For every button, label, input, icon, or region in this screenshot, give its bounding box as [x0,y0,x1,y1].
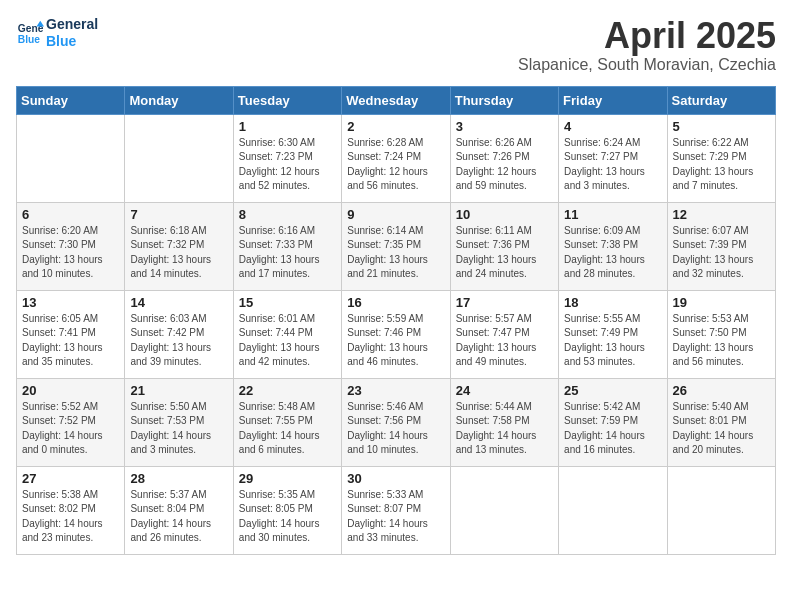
day-detail: Sunrise: 5:38 AM Sunset: 8:02 PM Dayligh… [22,488,119,546]
day-number: 3 [456,119,553,134]
day-detail: Sunrise: 5:50 AM Sunset: 7:53 PM Dayligh… [130,400,227,458]
day-number: 9 [347,207,444,222]
calendar-cell: 18Sunrise: 5:55 AM Sunset: 7:49 PM Dayli… [559,290,667,378]
logo-icon: General Blue [16,19,44,47]
day-detail: Sunrise: 5:57 AM Sunset: 7:47 PM Dayligh… [456,312,553,370]
calendar-cell: 8Sunrise: 6:16 AM Sunset: 7:33 PM Daylig… [233,202,341,290]
calendar-table: SundayMondayTuesdayWednesdayThursdayFrid… [16,86,776,555]
day-detail: Sunrise: 6:09 AM Sunset: 7:38 PM Dayligh… [564,224,661,282]
day-detail: Sunrise: 6:22 AM Sunset: 7:29 PM Dayligh… [673,136,770,194]
calendar-cell: 22Sunrise: 5:48 AM Sunset: 7:55 PM Dayli… [233,378,341,466]
calendar-cell: 17Sunrise: 5:57 AM Sunset: 7:47 PM Dayli… [450,290,558,378]
day-detail: Sunrise: 5:33 AM Sunset: 8:07 PM Dayligh… [347,488,444,546]
day-detail: Sunrise: 6:07 AM Sunset: 7:39 PM Dayligh… [673,224,770,282]
day-detail: Sunrise: 6:14 AM Sunset: 7:35 PM Dayligh… [347,224,444,282]
day-header-tuesday: Tuesday [233,86,341,114]
day-detail: Sunrise: 5:53 AM Sunset: 7:50 PM Dayligh… [673,312,770,370]
day-header-saturday: Saturday [667,86,775,114]
calendar-cell: 16Sunrise: 5:59 AM Sunset: 7:46 PM Dayli… [342,290,450,378]
day-detail: Sunrise: 5:40 AM Sunset: 8:01 PM Dayligh… [673,400,770,458]
calendar-cell: 12Sunrise: 6:07 AM Sunset: 7:39 PM Dayli… [667,202,775,290]
title-block: April 2025 Slapanice, South Moravian, Cz… [518,16,776,74]
calendar-cell [125,114,233,202]
day-number: 23 [347,383,444,398]
day-detail: Sunrise: 5:37 AM Sunset: 8:04 PM Dayligh… [130,488,227,546]
calendar-header-row: SundayMondayTuesdayWednesdayThursdayFrid… [17,86,776,114]
day-number: 11 [564,207,661,222]
calendar-cell: 11Sunrise: 6:09 AM Sunset: 7:38 PM Dayli… [559,202,667,290]
day-detail: Sunrise: 6:18 AM Sunset: 7:32 PM Dayligh… [130,224,227,282]
day-header-monday: Monday [125,86,233,114]
day-number: 6 [22,207,119,222]
calendar-cell: 21Sunrise: 5:50 AM Sunset: 7:53 PM Dayli… [125,378,233,466]
day-detail: Sunrise: 6:05 AM Sunset: 7:41 PM Dayligh… [22,312,119,370]
day-number: 29 [239,471,336,486]
calendar-cell [559,466,667,554]
day-number: 4 [564,119,661,134]
day-number: 19 [673,295,770,310]
day-number: 24 [456,383,553,398]
day-number: 1 [239,119,336,134]
day-number: 20 [22,383,119,398]
day-header-wednesday: Wednesday [342,86,450,114]
calendar-cell: 3Sunrise: 6:26 AM Sunset: 7:26 PM Daylig… [450,114,558,202]
logo-line2: Blue [46,33,98,50]
day-number: 27 [22,471,119,486]
day-number: 22 [239,383,336,398]
calendar-cell: 19Sunrise: 5:53 AM Sunset: 7:50 PM Dayli… [667,290,775,378]
day-detail: Sunrise: 6:01 AM Sunset: 7:44 PM Dayligh… [239,312,336,370]
calendar-cell: 15Sunrise: 6:01 AM Sunset: 7:44 PM Dayli… [233,290,341,378]
day-detail: Sunrise: 5:44 AM Sunset: 7:58 PM Dayligh… [456,400,553,458]
calendar-cell: 10Sunrise: 6:11 AM Sunset: 7:36 PM Dayli… [450,202,558,290]
day-detail: Sunrise: 6:20 AM Sunset: 7:30 PM Dayligh… [22,224,119,282]
calendar-cell: 20Sunrise: 5:52 AM Sunset: 7:52 PM Dayli… [17,378,125,466]
day-number: 14 [130,295,227,310]
calendar-cell [667,466,775,554]
day-number: 16 [347,295,444,310]
calendar-cell: 1Sunrise: 6:30 AM Sunset: 7:23 PM Daylig… [233,114,341,202]
day-detail: Sunrise: 6:30 AM Sunset: 7:23 PM Dayligh… [239,136,336,194]
calendar-cell: 2Sunrise: 6:28 AM Sunset: 7:24 PM Daylig… [342,114,450,202]
location-subtitle: Slapanice, South Moravian, Czechia [518,56,776,74]
calendar-week-5: 27Sunrise: 5:38 AM Sunset: 8:02 PM Dayli… [17,466,776,554]
day-number: 18 [564,295,661,310]
day-detail: Sunrise: 6:24 AM Sunset: 7:27 PM Dayligh… [564,136,661,194]
day-detail: Sunrise: 5:52 AM Sunset: 7:52 PM Dayligh… [22,400,119,458]
day-detail: Sunrise: 5:48 AM Sunset: 7:55 PM Dayligh… [239,400,336,458]
calendar-cell: 13Sunrise: 6:05 AM Sunset: 7:41 PM Dayli… [17,290,125,378]
calendar-cell [17,114,125,202]
day-detail: Sunrise: 6:28 AM Sunset: 7:24 PM Dayligh… [347,136,444,194]
calendar-cell: 23Sunrise: 5:46 AM Sunset: 7:56 PM Dayli… [342,378,450,466]
logo-line1: General [46,16,98,33]
calendar-cell: 25Sunrise: 5:42 AM Sunset: 7:59 PM Dayli… [559,378,667,466]
calendar-week-4: 20Sunrise: 5:52 AM Sunset: 7:52 PM Dayli… [17,378,776,466]
calendar-cell: 4Sunrise: 6:24 AM Sunset: 7:27 PM Daylig… [559,114,667,202]
day-number: 21 [130,383,227,398]
calendar-cell [450,466,558,554]
calendar-cell: 9Sunrise: 6:14 AM Sunset: 7:35 PM Daylig… [342,202,450,290]
page-header: General Blue General Blue April 2025 Sla… [16,16,776,74]
day-number: 10 [456,207,553,222]
calendar-cell: 6Sunrise: 6:20 AM Sunset: 7:30 PM Daylig… [17,202,125,290]
day-detail: Sunrise: 5:59 AM Sunset: 7:46 PM Dayligh… [347,312,444,370]
day-detail: Sunrise: 6:16 AM Sunset: 7:33 PM Dayligh… [239,224,336,282]
day-header-friday: Friday [559,86,667,114]
day-number: 28 [130,471,227,486]
day-number: 30 [347,471,444,486]
day-detail: Sunrise: 5:46 AM Sunset: 7:56 PM Dayligh… [347,400,444,458]
day-detail: Sunrise: 6:26 AM Sunset: 7:26 PM Dayligh… [456,136,553,194]
day-number: 25 [564,383,661,398]
calendar-cell: 7Sunrise: 6:18 AM Sunset: 7:32 PM Daylig… [125,202,233,290]
day-number: 13 [22,295,119,310]
day-number: 7 [130,207,227,222]
calendar-week-3: 13Sunrise: 6:05 AM Sunset: 7:41 PM Dayli… [17,290,776,378]
calendar-cell: 29Sunrise: 5:35 AM Sunset: 8:05 PM Dayli… [233,466,341,554]
calendar-week-1: 1Sunrise: 6:30 AM Sunset: 7:23 PM Daylig… [17,114,776,202]
day-number: 8 [239,207,336,222]
calendar-week-2: 6Sunrise: 6:20 AM Sunset: 7:30 PM Daylig… [17,202,776,290]
day-number: 17 [456,295,553,310]
day-number: 26 [673,383,770,398]
day-header-thursday: Thursday [450,86,558,114]
svg-text:Blue: Blue [18,34,41,45]
day-number: 5 [673,119,770,134]
